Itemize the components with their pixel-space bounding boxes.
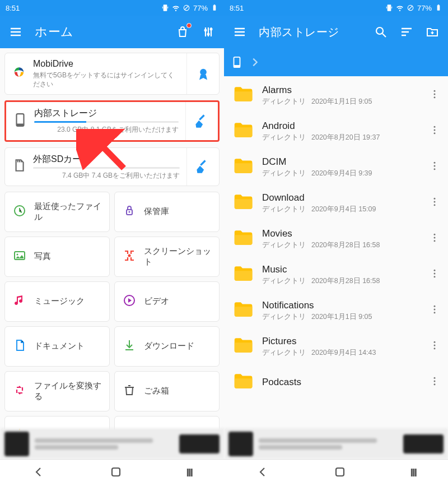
tile-5[interactable]: ビデオ bbox=[114, 281, 220, 322]
tile-icon bbox=[123, 249, 136, 265]
tile-0[interactable]: 最近使ったファイル bbox=[4, 192, 110, 232]
folder-row[interactable]: Moviesディレクトリ2020年8月28日 16:58 bbox=[224, 221, 448, 257]
svg-point-12 bbox=[129, 211, 130, 212]
menu-button[interactable] bbox=[4, 21, 27, 43]
folder-meta: ディレクトリ2020年9月4日 15:09 bbox=[262, 205, 420, 214]
no-circle-icon bbox=[183, 4, 190, 12]
folder-more-button[interactable] bbox=[429, 124, 440, 138]
phone-icon bbox=[13, 113, 27, 129]
svg-point-51 bbox=[434, 348, 436, 349]
tile-label: ごみ箱 bbox=[144, 386, 169, 396]
nav-back[interactable] bbox=[256, 465, 269, 481]
ad-cta[interactable] bbox=[179, 434, 220, 453]
nav-home[interactable] bbox=[333, 465, 347, 481]
tile-1[interactable]: 保管庫 bbox=[114, 192, 220, 232]
app-bar: 内部ストレージ bbox=[224, 16, 448, 48]
menu-button[interactable] bbox=[228, 21, 251, 43]
folder-row[interactable]: Androidディレクトリ2020年8月20日 19:37 bbox=[224, 113, 448, 149]
svg-point-31 bbox=[434, 126, 436, 128]
folder-meta: ディレクトリ2020年8月28日 16:58 bbox=[262, 240, 420, 250]
ad-banner[interactable] bbox=[224, 428, 448, 459]
clean-external-button[interactable] bbox=[186, 148, 219, 186]
svg-point-35 bbox=[434, 165, 436, 167]
external-name: 外部SDカード bbox=[33, 154, 180, 165]
mobidrive-award-button[interactable] bbox=[186, 53, 219, 94]
wifi-icon bbox=[396, 4, 404, 12]
tile-label: ダウンロード bbox=[144, 341, 194, 351]
tile-label: 最近使ったファイル bbox=[34, 201, 101, 223]
svg-rect-23 bbox=[438, 4, 439, 5]
folder-row[interactable]: DCIMディレクトリ2020年9月4日 9:39 bbox=[224, 149, 448, 185]
folder-row[interactable]: Alarmsディレクトリ2020年1月1日 9:05 bbox=[224, 77, 448, 113]
broom-icon bbox=[195, 159, 211, 174]
folder-more-button[interactable] bbox=[429, 376, 440, 389]
svg-point-30 bbox=[434, 96, 436, 98]
tile-9[interactable]: ごみ箱 bbox=[114, 371, 220, 411]
tile-3[interactable]: スクリーンショット bbox=[114, 237, 220, 277]
status-battery: 77% bbox=[417, 4, 432, 12]
tile-icon bbox=[123, 339, 136, 354]
chevron-right-icon bbox=[249, 56, 261, 68]
svg-point-15 bbox=[128, 254, 131, 257]
nav-home[interactable] bbox=[109, 465, 123, 481]
status-bar: 8:51 77% bbox=[0, 0, 224, 16]
ad-cta[interactable] bbox=[403, 434, 444, 453]
folder-more-button[interactable] bbox=[429, 196, 440, 210]
clean-internal-button[interactable] bbox=[185, 102, 218, 140]
svg-point-44 bbox=[434, 273, 436, 275]
folder-more-button[interactable] bbox=[429, 89, 440, 102]
folder-icon bbox=[232, 263, 253, 286]
internal-sub: 23.0 GB中 8.1 GBをご利用いただけます bbox=[34, 125, 179, 134]
folder-more-button[interactable] bbox=[429, 160, 440, 174]
svg-point-37 bbox=[434, 198, 436, 200]
chevron-left-icon bbox=[32, 465, 45, 479]
tile-4[interactable]: ミュージック bbox=[4, 281, 110, 322]
tile-label: ミュージック bbox=[34, 296, 85, 307]
folder-more-button[interactable] bbox=[429, 232, 440, 246]
tile-label: スクリーンショット bbox=[144, 246, 211, 267]
folder-row[interactable]: Podcasts bbox=[224, 364, 448, 400]
folder-plus-icon bbox=[426, 25, 439, 39]
tile-icon bbox=[123, 204, 136, 220]
settings-button[interactable] bbox=[197, 21, 220, 43]
internal-name: 内部ストレージ bbox=[34, 108, 179, 119]
no-circle-icon bbox=[407, 4, 414, 12]
folder-name: DCIM bbox=[262, 156, 420, 168]
card-mobidrive[interactable]: MobiDrive 無料で5GBをゲットするにはサインインしてください bbox=[4, 53, 220, 95]
ad-banner[interactable] bbox=[0, 428, 224, 459]
nav-back[interactable] bbox=[32, 465, 45, 481]
new-folder-button[interactable] bbox=[421, 21, 444, 43]
folder-row[interactable]: Picturesディレクトリ2020年9月4日 14:43 bbox=[224, 328, 448, 364]
shop-button[interactable] bbox=[171, 21, 194, 43]
search-button[interactable] bbox=[370, 21, 392, 43]
folder-icon bbox=[232, 191, 253, 215]
svg-point-36 bbox=[434, 168, 436, 170]
folder-row[interactable]: Notificationsディレクトリ2020年1月1日 9:05 bbox=[224, 293, 448, 328]
tile-6[interactable]: ドキュメント bbox=[4, 326, 110, 367]
svg-point-42 bbox=[434, 240, 436, 242]
svg-point-41 bbox=[434, 237, 436, 239]
ad-thumb bbox=[228, 432, 253, 456]
nav-recent[interactable]: III bbox=[410, 466, 416, 479]
svg-rect-22 bbox=[437, 5, 440, 10]
mobidrive-sub: 無料で5GBをゲットするにはサインインしてください bbox=[33, 71, 180, 89]
tile-7[interactable]: ダウンロード bbox=[114, 326, 220, 367]
sort-button[interactable] bbox=[395, 21, 418, 43]
folder-more-button[interactable] bbox=[429, 268, 440, 281]
card-external-sd[interactable]: 外部SDカード 7.4 GB中 7.4 GBをご利用いただけます bbox=[4, 147, 220, 186]
folder-icon bbox=[232, 335, 253, 358]
tile-8[interactable]: ファイルを変換する bbox=[4, 371, 110, 411]
folder-row[interactable]: Musicディレクトリ2020年8月28日 16:58 bbox=[224, 257, 448, 293]
nav-recent[interactable]: III bbox=[186, 466, 192, 479]
svg-point-29 bbox=[434, 94, 436, 95]
folder-row[interactable]: Downloadディレクトリ2020年9月4日 15:09 bbox=[224, 185, 448, 221]
svg-rect-18 bbox=[112, 468, 120, 476]
folder-more-button[interactable] bbox=[429, 304, 440, 317]
svg-rect-27 bbox=[234, 66, 240, 68]
tile-2[interactable]: 写真 bbox=[4, 237, 110, 277]
folder-more-button[interactable] bbox=[429, 340, 440, 353]
search-icon bbox=[374, 25, 388, 39]
folder-name: Music bbox=[262, 264, 420, 275]
card-internal-storage[interactable]: 内部ストレージ 23.0 GB中 8.1 GBをご利用いただけます bbox=[4, 100, 220, 141]
breadcrumb[interactable] bbox=[224, 48, 448, 76]
